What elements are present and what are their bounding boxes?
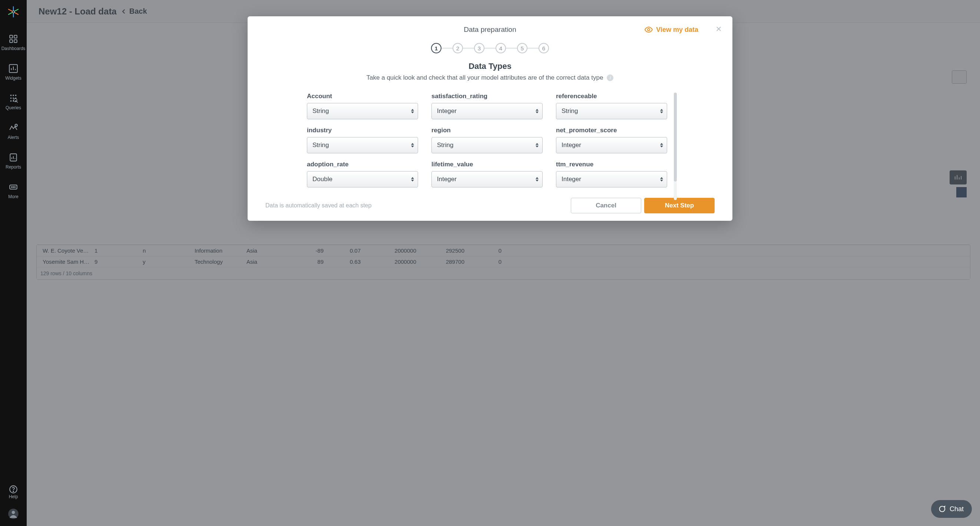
field-label: region	[431, 127, 542, 134]
close-button[interactable]	[715, 25, 722, 34]
field-select-region[interactable]: String	[431, 137, 542, 153]
queries-icon	[8, 93, 18, 103]
field-grid: Account String satisfaction_rating Integ…	[307, 92, 673, 188]
field-select-lifetime-value[interactable]: Integer	[431, 171, 542, 188]
chevron-sort-icon	[411, 177, 414, 181]
sidebar-item-label: Widgets	[5, 76, 21, 81]
app-sidebar: Dashboards Widgets Queries ! Alerts Repo…	[0, 0, 27, 526]
svg-rect-2	[14, 35, 17, 38]
field-label: satisfaction_rating	[431, 92, 542, 100]
sidebar-item-label: Queries	[6, 105, 21, 110]
svg-point-9	[10, 98, 11, 99]
stepper: 1 2 3 4 5 6	[248, 43, 732, 53]
svg-rect-1	[10, 35, 13, 38]
sidebar-avatar[interactable]	[8, 508, 19, 519]
svg-point-14	[15, 101, 16, 102]
field-label: Account	[307, 92, 418, 100]
autosave-note: Data is automatically saved at each step	[266, 202, 568, 209]
section-subtitle: Take a quick look and check that all you…	[248, 74, 732, 81]
chevron-sort-icon	[660, 109, 663, 113]
next-step-button[interactable]: Next Step	[644, 198, 714, 213]
field-referenceable: referenceable String	[556, 92, 667, 119]
view-my-data-link[interactable]: View my data	[644, 25, 698, 34]
sidebar-item-label: Help	[9, 494, 18, 499]
field-select-adoption-rate[interactable]: Double	[307, 171, 418, 188]
sidebar-item-widgets[interactable]: Widgets	[5, 64, 21, 81]
help-icon	[8, 485, 18, 494]
sidebar-item-label: Alerts	[8, 135, 19, 140]
field-select-industry[interactable]: String	[307, 137, 418, 153]
sidebar-item-alerts[interactable]: ! Alerts	[8, 123, 19, 140]
svg-point-7	[13, 95, 14, 95]
chat-icon	[938, 505, 946, 513]
alerts-icon: !	[8, 123, 18, 133]
field-account: Account String	[307, 92, 418, 119]
step-3[interactable]: 3	[474, 43, 484, 53]
field-lifetime-value: lifetime_value Integer	[431, 161, 542, 188]
chevron-sort-icon	[536, 109, 539, 113]
avatar-icon	[8, 508, 19, 519]
svg-point-22	[14, 187, 15, 188]
sidebar-item-more[interactable]: More	[8, 182, 18, 199]
modal-footer: Data is automatically saved at each step…	[248, 188, 732, 213]
svg-point-21	[13, 187, 14, 188]
more-icon	[8, 182, 18, 192]
chevron-sort-icon	[411, 109, 414, 113]
sidebar-item-label: Reports	[6, 164, 21, 170]
sidebar-item-label: Dashboards	[2, 46, 25, 51]
field-select-ttm-revenue[interactable]: Integer	[556, 171, 667, 188]
field-net-promoter-score: net_promoter_score Integer	[556, 127, 667, 153]
eye-icon	[644, 25, 653, 34]
svg-point-26	[12, 511, 15, 514]
field-industry: industry String	[307, 127, 418, 153]
sidebar-item-reports[interactable]: Reports	[6, 153, 21, 170]
field-ttm-revenue: ttm_revenue Integer	[556, 161, 667, 188]
cancel-button[interactable]: Cancel	[571, 198, 641, 213]
field-select-referenceable[interactable]: String	[556, 103, 667, 119]
scrollbar-thumb[interactable]	[674, 92, 677, 181]
chevron-sort-icon	[536, 177, 539, 181]
svg-point-6	[10, 95, 11, 95]
field-label: adoption_rate	[307, 161, 418, 168]
field-label: net_promoter_score	[556, 127, 667, 134]
field-adoption-rate: adoption_rate Double	[307, 161, 418, 188]
svg-point-27	[648, 29, 650, 31]
info-icon[interactable]: i	[607, 75, 613, 81]
svg-point-10	[13, 98, 14, 99]
chevron-sort-icon	[411, 143, 414, 148]
section-title: Data Types	[248, 62, 732, 71]
svg-point-8	[15, 95, 16, 95]
step-5[interactable]: 5	[517, 43, 527, 53]
sidebar-item-queries[interactable]: Queries	[6, 93, 21, 110]
step-1[interactable]: 1	[431, 43, 441, 53]
field-select-net-promoter-score[interactable]: Integer	[556, 137, 667, 153]
data-prep-modal: Data preparation View my data 1 2 3 4 5 …	[248, 16, 732, 221]
field-label: ttm_revenue	[556, 161, 667, 168]
field-label: referenceable	[556, 92, 667, 100]
dashboards-icon	[8, 34, 18, 44]
svg-point-12	[10, 101, 11, 102]
chevron-sort-icon	[536, 143, 539, 148]
sidebar-item-dashboards[interactable]: Dashboards	[2, 34, 25, 51]
svg-point-20	[11, 187, 12, 188]
app-logo	[6, 5, 21, 19]
sidebar-item-label: More	[8, 194, 18, 199]
field-select-satisfaction-rating[interactable]: Integer	[431, 103, 542, 119]
step-4[interactable]: 4	[496, 43, 506, 53]
close-icon	[715, 25, 722, 32]
sidebar-item-help[interactable]: Help	[8, 485, 18, 499]
svg-rect-3	[10, 40, 13, 43]
field-satisfaction-rating: satisfaction_rating Integer	[431, 92, 542, 119]
step-6[interactable]: 6	[539, 43, 549, 53]
field-region: region String	[431, 127, 542, 153]
svg-rect-4	[14, 40, 17, 43]
chevron-sort-icon	[660, 177, 663, 181]
chevron-sort-icon	[660, 143, 663, 148]
chat-button[interactable]: Chat	[931, 500, 972, 518]
svg-point-24	[13, 491, 14, 492]
widgets-icon	[8, 64, 18, 73]
step-2[interactable]: 2	[453, 43, 463, 53]
field-label: industry	[307, 127, 418, 134]
reports-icon	[8, 153, 18, 162]
field-select-account[interactable]: String	[307, 103, 418, 119]
